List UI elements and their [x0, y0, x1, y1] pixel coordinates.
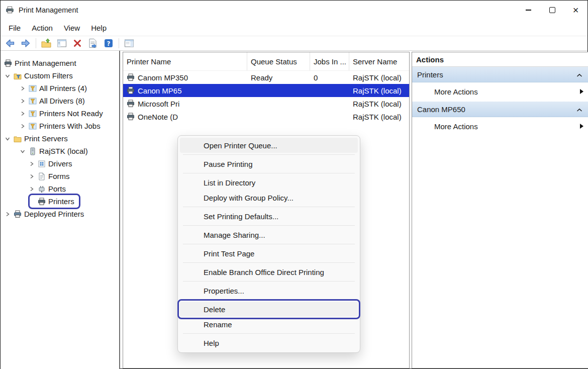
maximize-icon — [549, 7, 555, 13]
printer-row-canom-mp350[interactable]: Canom MP350 Ready 0 RajSTK (local) — [123, 71, 409, 84]
server-name: RajSTK (local) — [349, 84, 409, 97]
ports-icon — [37, 185, 46, 193]
annotation-box-printers: Printers — [30, 196, 78, 207]
chevron-right-icon[interactable] — [29, 186, 35, 192]
menu-item-deploy-with-group-policy[interactable]: Deploy with Group Policy... — [180, 190, 358, 205]
menu-item-delete[interactable]: Delete — [180, 302, 358, 317]
up-one-level-button[interactable] — [39, 37, 53, 50]
menu-item-properties[interactable]: Properties... — [180, 283, 358, 298]
column-header-jobs-in[interactable]: Jobs In ... — [310, 52, 349, 70]
content-area: Print Management Custom Filters All Prin… — [1, 51, 587, 369]
chevron-down-icon[interactable] — [20, 148, 26, 154]
tree-item-printers-not-ready[interactable]: Printers Not Ready — [1, 107, 119, 120]
list-header: Printer Name Queue Status Jobs In ... Se… — [123, 52, 409, 71]
export-list-button[interactable] — [86, 37, 100, 50]
queue-status: Ready — [247, 71, 310, 84]
toolbar: ? — [1, 36, 587, 51]
menu-action[interactable]: Action — [26, 22, 58, 34]
chevron-up-icon[interactable] — [576, 105, 582, 114]
window-title: Print Management — [19, 6, 78, 14]
chevron-right-icon[interactable] — [20, 111, 26, 117]
menu-item-manage-sharing[interactable]: Manage Sharing... — [180, 227, 358, 242]
tree-item-label: Deployed Printers — [24, 210, 84, 218]
tree-item-drivers[interactable]: Drivers — [1, 157, 119, 170]
queue-status — [247, 84, 310, 97]
maximize-button[interactable] — [540, 1, 564, 20]
more-actions-canon-mp650[interactable]: More Actions — [412, 118, 588, 134]
toolbar-separator — [36, 38, 36, 48]
close-button[interactable]: × — [564, 1, 587, 20]
printer-row-microsoft-print[interactable]: Microsoft Pri RajSTK (local) — [123, 97, 409, 110]
forward-icon — [21, 38, 31, 48]
filter-icon — [28, 97, 37, 105]
menu-item-help[interactable]: Help — [180, 335, 358, 350]
menu-item-print-test-page[interactable]: Print Test Page — [180, 246, 358, 261]
chevron-down-icon[interactable] — [5, 73, 11, 79]
show-hide-action-pane-button[interactable] — [122, 37, 136, 50]
server-name: RajSTK (local) — [349, 110, 409, 123]
show-hide-console-tree-button[interactable] — [55, 37, 69, 50]
tree-item-all-printers[interactable]: All Printers (4) — [1, 82, 119, 95]
console-tree-pane: Print Management Custom Filters All Prin… — [1, 51, 120, 369]
back-button[interactable] — [3, 37, 17, 50]
tree-item-print-servers[interactable]: Print Servers — [1, 132, 119, 145]
tree-item-rajstk-local[interactable]: RajSTK (local) — [1, 145, 119, 157]
server-name: RajSTK (local) — [349, 97, 409, 110]
forward-button[interactable] — [19, 37, 33, 50]
print-management-window: Print Management × File Action View Help — [0, 0, 588, 369]
column-header-queue-status[interactable]: Queue Status — [247, 52, 310, 70]
chevron-right-icon[interactable] — [20, 98, 26, 104]
menu-separator — [183, 173, 355, 173]
tree-item-ports[interactable]: Ports — [1, 182, 119, 195]
column-header-server-name[interactable]: Server Name — [349, 52, 409, 70]
column-header-printer-name[interactable]: Printer Name — [123, 52, 247, 70]
tree-item-printers[interactable]: Printers — [1, 195, 119, 208]
printer-name: Canom MP350 — [138, 73, 188, 82]
deployed-printers-icon — [13, 210, 22, 218]
filter-folder-icon — [13, 72, 22, 80]
menu-file[interactable]: File — [3, 22, 26, 34]
menu-item-open-printer-queue[interactable]: Open Printer Queue... — [180, 138, 358, 153]
printer-icon — [37, 198, 46, 206]
chevron-up-icon[interactable] — [576, 70, 582, 79]
queue-status — [247, 110, 310, 123]
chevron-down-icon[interactable] — [5, 136, 11, 142]
printer-row-onenote[interactable]: OneNote (D RajSTK (local) — [123, 110, 409, 123]
printer-row-canon-mp650[interactable]: Canon MP65 RajSTK (local) — [123, 84, 409, 97]
tree-item-label: All Drivers (8) — [39, 97, 85, 105]
tree-item-printers-with-jobs[interactable]: Printers With Jobs — [1, 120, 119, 132]
print-management-icon — [4, 59, 12, 67]
menu-item-rename[interactable]: Rename — [180, 317, 358, 332]
menu-item-list-in-directory[interactable]: List in Directory — [180, 175, 358, 190]
tree-item-label: Ports — [48, 185, 66, 193]
menu-item-set-printing-defaults[interactable]: Set Printing Defaults... — [180, 209, 358, 224]
delete-button[interactable] — [70, 37, 84, 50]
tree-item-print-management[interactable]: Print Management — [1, 57, 119, 69]
close-icon: × — [573, 5, 579, 15]
menu-view[interactable]: View — [58, 22, 85, 34]
chevron-right-icon[interactable] — [5, 211, 11, 217]
help-button[interactable]: ? — [102, 37, 116, 50]
menu-item-enable-branch-office-direct-printing[interactable]: Enable Branch Office Direct Printing — [180, 264, 358, 280]
more-actions-label: More Actions — [434, 122, 478, 131]
chevron-right-icon[interactable] — [20, 123, 26, 129]
actions-section-printers[interactable]: Printers — [412, 67, 588, 82]
tree-item-all-drivers[interactable]: All Drivers (8) — [1, 95, 119, 107]
chevron-right-icon[interactable] — [29, 173, 35, 179]
tree-item-forms[interactable]: Forms — [1, 170, 119, 182]
more-actions-printers[interactable]: More Actions — [412, 83, 588, 100]
actions-pane: Actions Printers More Actions Canon MP65… — [412, 52, 588, 368]
actions-section-canon-mp650[interactable]: Canon MP650 — [412, 102, 588, 117]
minimize-button[interactable] — [517, 1, 540, 20]
menu-separator — [183, 225, 355, 226]
chevron-right-icon[interactable] — [20, 85, 26, 91]
tree-item-custom-filters[interactable]: Custom Filters — [1, 69, 119, 82]
help-icon: ? — [104, 38, 114, 48]
chevron-right-icon[interactable] — [29, 161, 35, 167]
server-name: RajSTK (local) — [349, 71, 409, 84]
menu-item-pause-printing[interactable]: Pause Printing — [180, 156, 358, 171]
tree-item-deployed-printers[interactable]: Deployed Printers — [1, 208, 119, 220]
submenu-arrow-icon — [580, 124, 583, 129]
menu-help[interactable]: Help — [85, 22, 112, 34]
printer-name: Canon MP65 — [138, 86, 182, 95]
